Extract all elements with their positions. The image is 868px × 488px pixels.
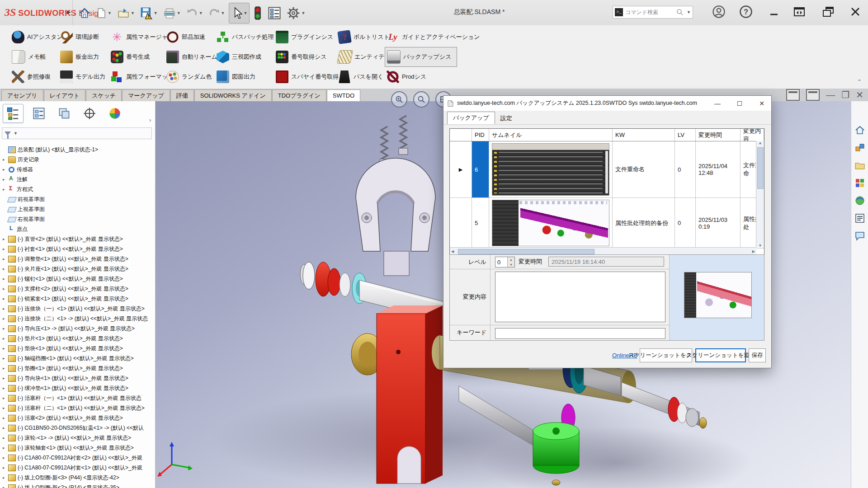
tree-item[interactable]: ▸ (-) 直管<2> (默认) <<默认>_外观 显示状态>: [0, 234, 155, 244]
tab-feature-tree[interactable]: [3, 104, 24, 123]
expand-chevron-icon[interactable]: ▸: [3, 446, 8, 450]
dialog-title-bar[interactable]: swtdo.lanyue-tech.com バックアップシステム 2025.1.…: [443, 96, 771, 111]
tree-item[interactable]: 右視基準面: [0, 214, 155, 224]
close-button[interactable]: [846, 4, 864, 20]
ribbon-button[interactable]: 板金出力: [58, 47, 109, 67]
ribbon-button[interactable]: 自動リネーム: [165, 47, 215, 67]
expand-chevron-icon[interactable]: ▸: [3, 436, 8, 440]
column-header[interactable]: [450, 129, 472, 141]
new-document-button[interactable]: ▼: [94, 3, 113, 23]
expand-chevron-icon[interactable]: ▸: [3, 267, 8, 271]
ribbon-tab[interactable]: 評価: [170, 89, 194, 101]
search-dropdown-icon[interactable]: ▼: [687, 10, 691, 14]
tab-property-manager[interactable]: [29, 104, 49, 122]
ribbon-button[interactable]: 属性フォーマット: [109, 67, 165, 87]
zoom-area-icon[interactable]: [413, 91, 429, 108]
tree-item[interactable]: ▸ (-) 调整垫<1> (默认) <<默认>_外观 显示状态>: [0, 254, 155, 264]
restore-button[interactable]: [819, 4, 837, 20]
ribbon-button[interactable]: ランダム色: [165, 67, 215, 87]
backup-row[interactable]: 5 属性批处理前的备份 0 2025/11/03 0:19 属性批处: [450, 198, 764, 249]
expand-chevron-icon[interactable]: ▸: [3, 316, 8, 321]
row-marker[interactable]: ▶: [450, 141, 472, 197]
tree-item[interactable]: ▸ (-) C1A80-07-C9912A衬套<2> (默认) <<默认>_外观: [0, 453, 155, 463]
tree-item[interactable]: ▸ (-) 支撑柱<2> (默认) <<默认>_外观 显示状态>: [0, 284, 155, 294]
expand-chevron-icon[interactable]: ▸: [3, 366, 8, 371]
dropdown-arrow-icon[interactable]: ▼: [154, 11, 158, 15]
doc-restore-icon[interactable]: ❐: [841, 90, 849, 100]
expand-chevron-icon[interactable]: ▸: [3, 247, 8, 251]
ribbon-tab[interactable]: アセンブリ: [1, 89, 43, 101]
ribbon-button[interactable]: AIアシスタント: [10, 27, 58, 47]
ribbon-button[interactable]: スパヤイ番号取得: [274, 67, 336, 87]
open-button[interactable]: ▼: [115, 3, 137, 23]
dropdown-arrow-icon[interactable]: ▼: [301, 11, 305, 15]
expand-chevron-icon[interactable]: ▸: [3, 286, 8, 291]
column-header[interactable]: KW: [613, 129, 675, 141]
ribbon-collapse-icon[interactable]: ⌃: [857, 79, 862, 85]
doc-close-icon[interactable]: ✕: [856, 90, 863, 100]
lv-cell[interactable]: 0: [675, 141, 696, 197]
tab-display-manager[interactable]: [105, 104, 125, 122]
tree-item[interactable]: ▸ (-) 夹片座<1> (默认) <<默认>_外观 显示状态>: [0, 264, 155, 274]
help-button[interactable]: ?: [737, 4, 755, 20]
save-button[interactable]: 保存: [749, 348, 766, 362]
tree-item[interactable]: ▸ (-) 导向块<1> (默认) <<默认>_外观 显示状态>: [0, 373, 155, 383]
ribbon-button[interactable]: パスバッチ処理: [215, 27, 274, 47]
filter-dropdown-icon[interactable]: ▼: [14, 131, 18, 136]
ribbon-button[interactable]: Prodシス: [385, 67, 457, 87]
rebuild-button[interactable]: [251, 3, 264, 23]
ribbon-button[interactable]: プラグインシス: [274, 27, 336, 47]
expand-chevron-icon[interactable]: ▸: [3, 406, 8, 410]
ribbon-button[interactable]: 環境診断: [58, 27, 109, 47]
tree-item[interactable]: ▸ (-) 导向压<1> -> (默认) <<默认>_外观 显示状态>: [0, 324, 155, 333]
table-horizontal-scrollbar[interactable]: ◀▶: [450, 247, 756, 255]
expand-chevron-icon[interactable]: ▸: [3, 336, 8, 341]
ribbon-button[interactable]: 参照修復: [10, 67, 58, 87]
ribbon-button[interactable]: 図面出力: [215, 67, 274, 87]
tree-item[interactable]: ▸ (-) 滚轮轴套<1> (默认) <<默认>_外观 显示状态>: [0, 443, 155, 453]
tree-item[interactable]: ▸ (-) 螺钉<1> (默认) <<默认>_外观 显示状态>: [0, 274, 155, 284]
ribbon-tab[interactable]: スケッチ: [86, 89, 122, 101]
column-header[interactable]: サムネイル: [489, 129, 613, 141]
tree-item[interactable]: ▸ 传感器: [0, 164, 155, 174]
tree-item[interactable]: ▸ (-) 衬套<1> (默认) <<默认>_外观 显示状态>: [0, 244, 155, 254]
spin-down-icon[interactable]: ▼: [508, 262, 514, 267]
ribbon-button[interactable]: メモ帳: [10, 47, 58, 67]
redo-button[interactable]: ▼: [207, 3, 227, 23]
dropdown-arrow-icon[interactable]: ▼: [108, 11, 112, 15]
search-icon[interactable]: [676, 9, 684, 16]
time-cell[interactable]: 2025/11/04 12:48: [696, 141, 741, 197]
pid-cell[interactable]: 5: [472, 198, 489, 248]
tree-item[interactable]: ▸ (-) 活塞杆（二）<1> (默认) <<默认>_外观 显示状态>: [0, 403, 155, 413]
save-button[interactable]: ▼: [138, 3, 160, 23]
expand-chevron-icon[interactable]: ▸: [3, 356, 8, 361]
resources-icon[interactable]: [854, 142, 865, 153]
backup-row[interactable]: ▶ 6 文件重命名 0 2025/11/04 12:48 文件重命: [450, 141, 764, 198]
forum-icon[interactable]: [854, 230, 865, 241]
expand-chevron-icon[interactable]: ▸: [3, 177, 8, 182]
expand-chevron-icon[interactable]: ▸: [3, 396, 8, 400]
thumbnail-cell[interactable]: [489, 198, 613, 248]
ribbon-button[interactable]: 番号取得シス: [274, 47, 336, 67]
home-button[interactable]: [77, 3, 92, 23]
minimize-button[interactable]: [765, 4, 783, 20]
tree-item[interactable]: ▸ (-) 缓冲垫<1> (默认) <<默认>_外观 显示状态>: [0, 383, 155, 393]
tree-item[interactable]: ▸ 方程式: [0, 184, 155, 194]
expand-chevron-icon[interactable]: ▸: [3, 416, 8, 420]
screenshot-preview[interactable]: [684, 272, 752, 318]
select-tool-button[interactable]: ▼: [229, 3, 250, 23]
new-window-icon[interactable]: [786, 89, 800, 101]
panel-expand-icon[interactable]: ›: [149, 117, 151, 123]
kw-cell[interactable]: 文件重命名: [613, 141, 675, 197]
tree-item[interactable]: ▸ (-) 滚轮-<1> -> (默认) <<默认>_外观 显示状态>: [0, 433, 155, 443]
ribbon-tab[interactable]: TDOプラグイン: [272, 89, 326, 101]
tree-item[interactable]: ▸ (-) 坂上O型圈-新<3> (P44) <显示状态-42>: [0, 473, 155, 483]
home-pane-icon[interactable]: [854, 125, 865, 136]
dialog-menu-tab[interactable]: 設定: [495, 113, 518, 124]
zoom-fit-icon[interactable]: [391, 91, 407, 108]
command-search[interactable]: >_ コマンド検索 ▼: [613, 6, 693, 19]
expand-chevron-icon[interactable]: ▸: [3, 306, 8, 311]
level-value[interactable]: 0: [495, 257, 507, 267]
properties-button[interactable]: [266, 3, 283, 23]
column-header[interactable]: 変更内容: [741, 129, 764, 141]
